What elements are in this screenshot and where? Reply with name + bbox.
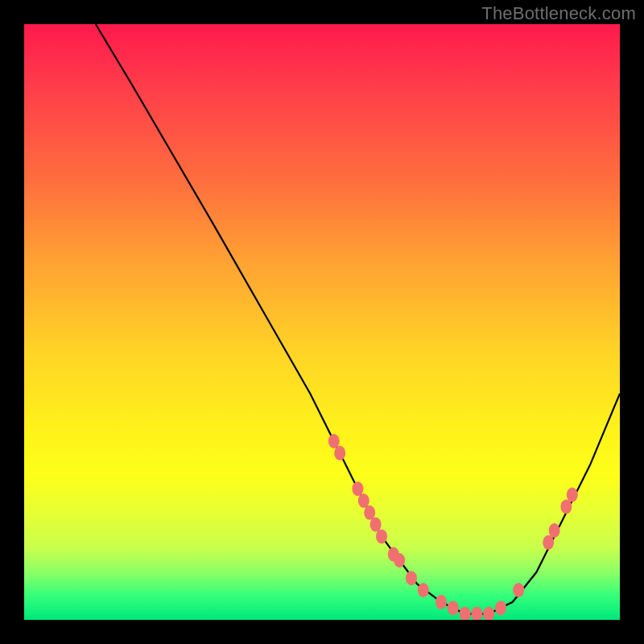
curve-marker <box>567 488 578 502</box>
curve-marker <box>543 535 554 550</box>
curve-marker <box>370 518 382 532</box>
curve-marker <box>513 583 524 597</box>
plot-frame <box>24 24 620 620</box>
curve-marker <box>376 529 387 543</box>
curve-marker <box>418 583 429 597</box>
marker-group <box>328 434 578 620</box>
curve-marker <box>460 607 471 620</box>
curve-marker <box>436 595 447 609</box>
curve-marker <box>495 601 506 615</box>
attribution-text: TheBottleneck.com <box>481 3 636 24</box>
bottleneck-curve <box>96 24 620 614</box>
curve-marker <box>483 607 494 620</box>
curve-marker <box>364 506 375 520</box>
curve-marker <box>549 523 560 538</box>
curve-marker <box>560 499 572 514</box>
curve-marker <box>471 607 482 620</box>
curve-marker <box>352 481 363 496</box>
curve-marker <box>334 446 345 460</box>
curve-marker <box>448 601 459 615</box>
curve-marker <box>328 434 340 448</box>
curve-marker <box>406 571 417 585</box>
curve-marker <box>394 553 405 568</box>
curve-layer <box>24 24 620 620</box>
curve-marker <box>358 493 369 508</box>
